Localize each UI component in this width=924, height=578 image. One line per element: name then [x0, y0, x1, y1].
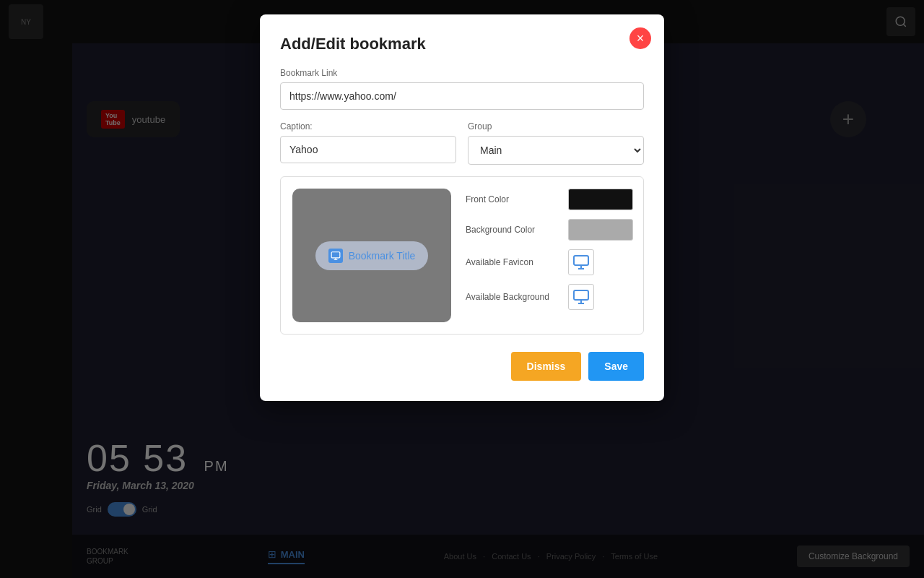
group-select[interactable]: Main Work Social News	[468, 136, 644, 165]
monitor-icon	[572, 254, 590, 271]
add-edit-bookmark-modal: Add/Edit bookmark × Bookmark Link Captio…	[260, 14, 664, 401]
svg-rect-2	[331, 251, 340, 257]
dismiss-button[interactable]: Dismiss	[511, 352, 582, 381]
available-bg-preview[interactable]	[568, 284, 594, 310]
available-bg-label: Available Background	[466, 292, 559, 302]
available-bg-row: Available Background	[466, 284, 633, 310]
favicon-row: Available Favicon	[466, 249, 633, 275]
bookmark-link-label: Bookmark Link	[280, 68, 644, 78]
svg-rect-5	[574, 256, 588, 265]
caption-input[interactable]	[280, 136, 456, 163]
group-label: Group	[468, 121, 644, 131]
monitor-bg-icon	[572, 288, 590, 306]
preview-panel: Bookmark Title Front Color Background Co…	[280, 176, 644, 335]
save-button[interactable]: Save	[588, 352, 644, 381]
group-group: Group Main Work Social News	[468, 121, 644, 165]
caption-group: Caption:	[280, 121, 456, 165]
bookmark-link-input[interactable]	[280, 82, 644, 110]
bg-color-swatch[interactable]	[568, 219, 633, 241]
favicon-preview[interactable]	[568, 249, 594, 275]
bookmark-pill: Bookmark Title	[315, 241, 429, 270]
bookmark-pill-title: Bookmark Title	[349, 250, 416, 262]
bg-color-row: Background Color	[466, 219, 633, 241]
bookmark-pill-icon	[328, 249, 343, 263]
modal-title: Add/Edit bookmark	[280, 35, 644, 53]
svg-rect-8	[574, 290, 588, 300]
front-color-label: Front Color	[466, 194, 559, 204]
modal-actions: Dismiss Save	[280, 352, 644, 381]
front-color-swatch[interactable]	[568, 189, 633, 210]
bookmark-link-group: Bookmark Link	[280, 68, 644, 110]
modal-close-button[interactable]: ×	[629, 27, 651, 49]
caption-label: Caption:	[280, 121, 456, 131]
favicon-label: Available Favicon	[466, 257, 559, 267]
color-options: Front Color Background Color Available F…	[466, 189, 633, 322]
bg-color-label: Background Color	[466, 225, 559, 235]
bookmark-preview: Bookmark Title	[292, 189, 451, 322]
modal-container: Add/Edit bookmark × Bookmark Link Captio…	[0, 0, 924, 578]
caption-group-row: Caption: Group Main Work Social News	[280, 121, 644, 165]
front-color-row: Front Color	[466, 189, 633, 210]
